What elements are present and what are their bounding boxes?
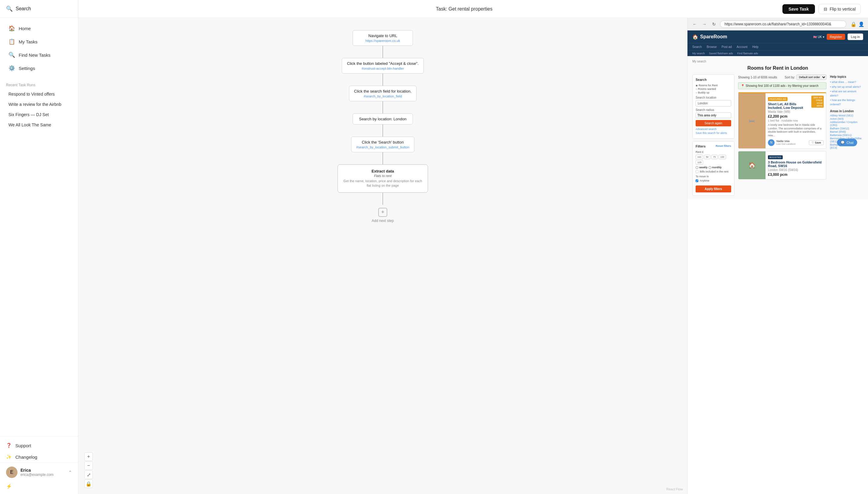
flow-connector-4 xyxy=(382,125,383,137)
help-link-2[interactable]: what are set amount alerts? xyxy=(830,90,863,98)
spareroom-subnav-my-search[interactable]: My search xyxy=(692,52,705,55)
spareroom-register-button[interactable]: Register xyxy=(827,34,845,40)
recent-item-0[interactable]: Respond to Vinted offers xyxy=(2,89,76,99)
apply-filters-button[interactable]: Apply filters xyxy=(696,186,731,192)
recent-section-title: Recent Task Runs xyxy=(0,79,78,89)
header-actions: Save Task ⊟ Flip to vertical xyxy=(783,4,861,14)
listing-card-1[interactable]: 🛏 FEATURED AD Short Let, All Bills Inclu… xyxy=(738,92,826,149)
spareroom-nav-post-ad[interactable]: Post ad xyxy=(722,45,732,49)
fit-button[interactable]: ⤢ xyxy=(84,471,93,479)
help-panel: Help topics what does ... mean? why set … xyxy=(830,75,863,107)
zoom-out-button[interactable]: − xyxy=(84,461,93,470)
flow-node-search-field[interactable]: Click the search field for location. #se… xyxy=(349,86,417,101)
listing-img-1: 🛏 xyxy=(738,93,766,148)
uk-flag-icon: 🇬🇧 xyxy=(813,35,817,39)
sidebar-item-label-find-new-tasks: Find New Tasks xyxy=(19,53,51,58)
flag-dropdown[interactable]: 🇬🇧 UK ▾ xyxy=(813,35,824,39)
rent-chips-row: min 50 75 100 125 xyxy=(696,155,731,165)
node-search-btn-subtitle: #search_by_location_submit_button xyxy=(356,145,409,149)
area-link-3[interactable]: Balham (SW12) xyxy=(830,127,863,130)
location-bar-text: Showing first 100 of 1100 ads - try filt… xyxy=(746,84,818,88)
filters-title: Filters Reset filters xyxy=(696,145,731,148)
zoom-in-button[interactable]: + xyxy=(84,452,93,461)
rent-chip-50[interactable]: 50 xyxy=(704,155,710,159)
anytime-checkbox[interactable] xyxy=(696,179,698,182)
browser-refresh-button[interactable]: ↻ xyxy=(710,20,717,28)
lock-button[interactable]: 🔒 xyxy=(84,479,93,488)
rooms-for-rent-label: Rooms for Rent xyxy=(698,84,717,87)
spareroom-nav-help[interactable]: Help xyxy=(752,45,758,49)
area-link-5[interactable]: Battersea (SW11) xyxy=(830,134,863,137)
flow-node-extract[interactable]: Extract data Flats to rent Get the name,… xyxy=(338,164,428,193)
save-task-button[interactable]: Save Task xyxy=(783,4,815,14)
rent-chip-100[interactable]: 100 xyxy=(718,155,726,159)
spareroom-nav-browse[interactable]: Browse xyxy=(707,45,717,49)
flow-node-accept[interactable]: Click the button labeled "Accept & close… xyxy=(342,58,424,74)
help-link-0[interactable]: what does ... mean? xyxy=(830,80,863,84)
search-again-button[interactable]: Search again xyxy=(696,120,731,126)
results-count: Showing 1-10 of 6006 results xyxy=(738,76,777,79)
area-link-2[interactable]: Addiscombe / Croydon (CR0) xyxy=(830,121,863,127)
recent-item-1[interactable]: Write a review for the Airbnb xyxy=(2,99,76,109)
chevron-up-icon: ⌃ xyxy=(68,470,72,475)
spareroom-subnav-saved[interactable]: Saved flatshare ads xyxy=(709,52,733,55)
add-next-step-btn[interactable]: + Add next step xyxy=(372,208,394,223)
rent-chip-125[interactable]: 125 xyxy=(696,160,703,165)
sidebar-item-find-new-tasks[interactable]: 🔍 Find New Tasks xyxy=(2,49,76,61)
user-section[interactable]: E Erica erica@example.com ⌃ xyxy=(0,463,78,482)
spareroom-nav-search[interactable]: Search xyxy=(692,45,702,49)
recent-item-2[interactable]: Six Fingers — DJ Set xyxy=(2,110,76,119)
advanced-search-link[interactable]: Advanced search xyxy=(696,128,731,131)
rooms-wanted-label: Rooms wanted xyxy=(698,88,716,91)
sidebar-search[interactable]: 🔍 Search xyxy=(0,0,78,18)
sidebar-item-label-home: Home xyxy=(19,26,31,31)
radius-select[interactable]: This area only xyxy=(696,113,731,118)
rent-filter-title: Rent £ xyxy=(696,151,731,153)
chat-widget[interactable]: 💬 Chat xyxy=(837,139,857,146)
help-link-1[interactable]: why set up email alerts? xyxy=(830,85,863,89)
help-link-3[interactable]: how are the listings ordered? xyxy=(830,98,863,107)
listing-price-1: £2,200 pcm xyxy=(768,114,824,118)
flow-node-search-location[interactable]: Search by location: London xyxy=(353,113,413,125)
user-email: erica@example.com xyxy=(20,473,65,477)
sidebar-item-my-tasks[interactable]: 📋 My Tasks xyxy=(2,35,76,48)
spareroom-right-panel: Help topics what does ... mean? why set … xyxy=(830,75,863,196)
sidebar-item-label-support: Support xyxy=(15,443,31,448)
save-listing-1-button[interactable]: ♡ Save xyxy=(809,140,824,145)
bills-checkbox[interactable] xyxy=(696,170,698,173)
search-panel-title: Search xyxy=(696,78,731,81)
sidebar-item-support[interactable]: ❓ Support xyxy=(0,440,78,451)
listing-card-2[interactable]: 🏠 BOOSTED 3 Bedroom House on Goldersfiel… xyxy=(738,151,826,179)
sort-select[interactable]: Default sort order xyxy=(796,75,826,80)
spareroom-subnav-find-flatmate[interactable]: Find flatmate ads xyxy=(737,52,758,55)
sidebar-bottom: ❓ Support ✨ Changelog E Erica erica@exam… xyxy=(0,436,78,494)
spareroom-login-button[interactable]: Log in xyxy=(848,34,863,40)
browser-forward-button[interactable]: → xyxy=(701,20,708,28)
rent-chip-75[interactable]: 75 xyxy=(711,155,717,159)
sort-label: Sort by: Default sort order xyxy=(785,75,826,80)
sidebar: 🔍 Search 🏠 Home 📋 My Tasks 🔍 Find New Ta… xyxy=(0,0,78,494)
monthly-label: monthly xyxy=(712,166,722,169)
browser-back-button[interactable]: ← xyxy=(691,20,698,28)
sidebar-item-home[interactable]: 🏠 Home xyxy=(2,22,76,35)
flow-node-navigate[interactable]: Navigate to URL https://spareroom.co.uk xyxy=(353,30,413,46)
recent-item-3[interactable]: We All Look The Same xyxy=(2,120,76,130)
area-link-0[interactable]: Abbey Wood (SE2) xyxy=(830,114,863,117)
weekly-radio[interactable] xyxy=(696,166,698,169)
browser-url-bar[interactable]: https://www.spareroom.co.uk/flatshare/?s… xyxy=(720,20,846,28)
flip-button[interactable]: ⊟ Flip to vertical xyxy=(818,4,861,14)
rent-chip-min[interactable]: min xyxy=(696,155,703,159)
browser-content: 🏠 SpareRoom 🇬🇧 UK ▾ Register Log in xyxy=(688,31,868,494)
reset-filters-link[interactable]: Reset filters xyxy=(715,145,731,148)
spareroom-nav-account[interactable]: Account xyxy=(736,45,747,49)
sidebar-item-settings[interactable]: ⚙️ Settings xyxy=(2,62,76,75)
location-input[interactable]: London xyxy=(696,100,731,107)
sidebar-item-changelog[interactable]: ✨ Changelog xyxy=(0,451,78,463)
area-link-4[interactable]: Barnet (EN5) xyxy=(830,130,863,133)
spareroom-header: 🏠 SpareRoom 🇬🇧 UK ▾ Register Log in xyxy=(688,31,868,43)
flow-node-search-btn[interactable]: Click the 'Search' button #search_by_loc… xyxy=(351,137,414,152)
area-link-1[interactable]: Acton (W3) xyxy=(830,117,863,120)
node-search-field-title: Click the search field for location. xyxy=(354,89,412,94)
save-search-link[interactable]: Save this search for alerts xyxy=(696,132,731,134)
monthly-radio[interactable] xyxy=(709,166,711,169)
